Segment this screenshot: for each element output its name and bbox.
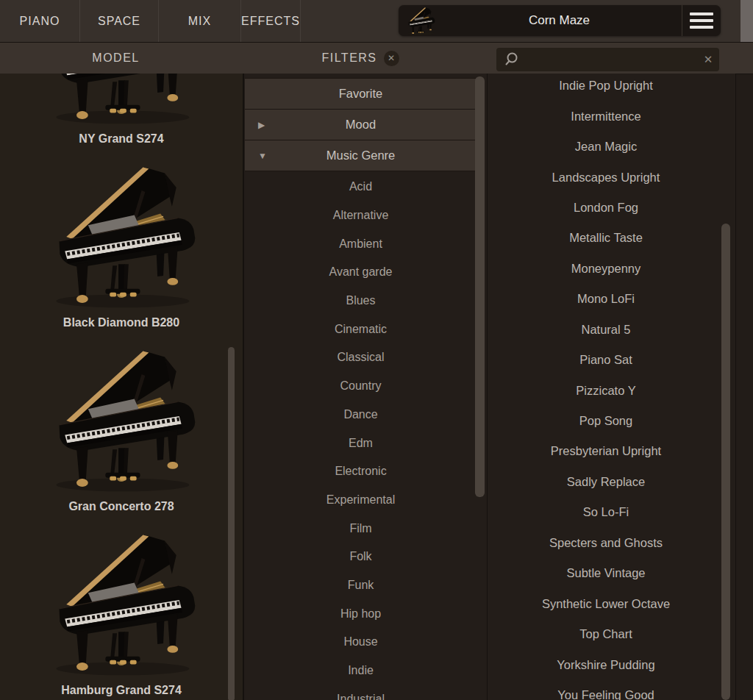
filter-group-list: Favorite ▶ Mood ▼ Music Genre — [245, 78, 477, 171]
genre-list-item[interactable]: Classical — [245, 343, 477, 372]
main-tab[interactable]: EFFECTS — [241, 0, 301, 42]
host-scrollbar-thumb[interactable] — [740, 0, 753, 42]
model-list-item[interactable]: Hamburg Grand S274 — [0, 519, 243, 700]
genre-list-item[interactable]: Country — [245, 372, 477, 401]
search-input[interactable] — [527, 53, 697, 67]
filters-scrollbar-thumb[interactable] — [475, 76, 485, 497]
genre-list-item[interactable]: Blues — [245, 287, 477, 315]
genre-list-item[interactable]: Alternative — [245, 201, 477, 230]
search-field[interactable]: ✕ — [496, 48, 719, 71]
model-name-label: Hamburg Grand S274 — [61, 682, 182, 698]
preset-list-item[interactable]: Sadly Replace — [488, 467, 724, 497]
model-list: NY Grand S274 Black Diamond B280 Gran Co… — [0, 74, 243, 700]
model-name-label: Gran Concerto 278 — [68, 499, 174, 514]
preset-list-item[interactable]: Moneypenny — [488, 254, 724, 284]
genre-list: AcidAlternativeAmbientAvant gardeBluesCi… — [245, 173, 477, 700]
model-name-label: Black Diamond B280 — [63, 315, 179, 330]
filter-group-label: Music Genre — [326, 149, 396, 162]
hamburger-bar — [690, 19, 713, 23]
main-tab[interactable]: SPACE — [80, 0, 159, 42]
main-tab[interactable]: MIX — [159, 0, 241, 42]
preset-list-item[interactable]: So Lo-Fi — [488, 497, 724, 527]
model-list-item[interactable]: NY Grand S274 — [0, 74, 243, 151]
genre-list-item[interactable]: House — [245, 628, 477, 657]
model-list-item[interactable]: Black Diamond B280 — [0, 151, 243, 335]
filter-group-row[interactable]: ▶ Mood — [245, 110, 477, 140]
hamburger-menu-icon[interactable] — [682, 5, 721, 36]
genre-list-item[interactable]: Cinematic — [245, 315, 477, 343]
genre-list-item[interactable]: Hip hop — [245, 599, 477, 628]
filter-group-row[interactable]: ▼ Music Genre — [245, 140, 477, 171]
genre-list-item[interactable]: Experimental — [245, 486, 477, 515]
genre-list-item[interactable]: Industrial — [245, 685, 477, 700]
model-list-item[interactable]: Gran Concerto 278 — [0, 335, 243, 519]
filters-panel: Favorite ▶ Mood ▼ Music Genre AcidAltern… — [244, 74, 488, 700]
search-icon — [505, 52, 520, 67]
browser-header-bar: MODEL FILTERS ✕ ✕ — [0, 43, 753, 74]
models-scrollbar-thumb[interactable] — [228, 347, 235, 700]
filters-header-label: FILTERS — [321, 51, 376, 65]
genre-list-item[interactable]: Dance — [245, 401, 477, 429]
genre-list-item[interactable]: Film — [245, 514, 477, 543]
genre-list-item[interactable]: Electronic — [245, 457, 477, 486]
preset-list-item[interactable]: Subtle Vintage — [488, 558, 724, 588]
preset-list-item[interactable]: Natural 5 — [488, 315, 724, 345]
filters-column-header: FILTERS ✕ — [244, 43, 477, 74]
search-clear-icon[interactable]: ✕ — [697, 53, 719, 66]
preset-list-item[interactable]: Synthetic Lower Octave — [488, 588, 724, 618]
preset-list-item[interactable]: Indie Pop Upright — [488, 74, 724, 101]
preset-list-item[interactable]: Intermittence — [488, 101, 724, 131]
top-bar: PIANOSPACEMIXEFFECTS Corn Maze — [0, 0, 753, 43]
preset-list-item[interactable]: Landscapes Upright — [488, 162, 724, 192]
model-name-label: NY Grand S274 — [79, 131, 163, 146]
main-tab[interactable]: PIANO — [0, 0, 80, 42]
expand-arrow-icon[interactable]: ▼ — [258, 140, 267, 171]
grand-piano-image — [35, 341, 208, 496]
genre-list-item[interactable]: Folk — [245, 543, 477, 571]
preset-list-item[interactable]: Jean Magic — [488, 132, 724, 162]
preset-list-item[interactable]: Pop Song — [488, 406, 724, 436]
grand-piano-icon — [399, 5, 443, 36]
genre-list-item[interactable]: Indie — [245, 657, 477, 685]
preset-list-item[interactable]: London Fog — [488, 193, 724, 223]
genre-list-item[interactable]: Acid — [245, 173, 477, 201]
preset-list-item[interactable]: Pizzicato Y — [488, 375, 724, 405]
preset-list-item[interactable]: Yorkshire Pudding — [488, 649, 724, 679]
preset-list-item[interactable]: Mono LoFi — [488, 284, 724, 314]
preset-display[interactable]: Corn Maze — [399, 5, 721, 36]
hamburger-bar — [690, 12, 713, 16]
current-preset-name[interactable]: Corn Maze — [443, 13, 682, 28]
preset-list-item[interactable]: Presbyterian Upright — [488, 436, 724, 466]
genre-list-item[interactable]: Edm — [245, 429, 477, 457]
grand-piano-image — [35, 74, 208, 128]
model-column-header: MODEL — [0, 43, 232, 74]
preset-list-item[interactable]: Metallic Taste — [488, 223, 724, 253]
preset-list-item[interactable]: Specters and Ghosts — [488, 528, 724, 558]
preset-list: Indie Pop UprightIntermittenceJean Magic… — [488, 74, 724, 700]
preset-list-item[interactable]: Piano Sat — [488, 345, 724, 375]
grand-piano-image — [35, 525, 208, 679]
grand-piano-image — [35, 157, 208, 312]
preset-list-item[interactable]: Top Chart — [488, 619, 724, 649]
preset-list-panel: Indie Pop UprightIntermittenceJean Magic… — [488, 74, 736, 700]
hamburger-bar — [690, 26, 713, 29]
genre-list-item[interactable]: Ambient — [245, 229, 477, 258]
preset-list-item[interactable]: You Feeling Good — [488, 680, 724, 700]
model-list-panel: NY Grand S274 Black Diamond B280 Gran Co… — [0, 74, 244, 700]
filters-clear-button[interactable]: ✕ — [384, 51, 399, 66]
filter-group-row[interactable]: Favorite — [245, 79, 477, 110]
filter-group-label: Mood — [346, 118, 376, 132]
genre-list-item[interactable]: Funk — [245, 571, 477, 600]
presets-scrollbar-thumb[interactable] — [721, 224, 730, 700]
filter-group-label: Favorite — [339, 87, 383, 101]
genre-list-item[interactable]: Avant garde — [245, 258, 477, 287]
expand-arrow-icon[interactable]: ▶ — [258, 110, 265, 140]
